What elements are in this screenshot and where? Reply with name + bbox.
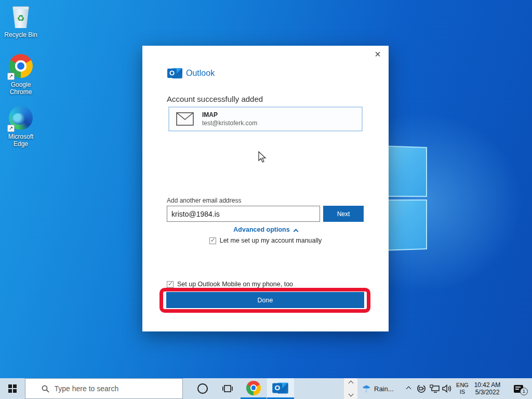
icon-label: Recycle Bin bbox=[0, 31, 42, 38]
taskbar-search[interactable] bbox=[25, 378, 183, 399]
outlook-brand: O Outlook bbox=[167, 66, 215, 80]
checkbox-checked[interactable]: ✓ bbox=[167, 281, 174, 288]
cortana-button[interactable] bbox=[191, 378, 214, 399]
clock-date: 5/3/2022 bbox=[475, 389, 500, 396]
language-code: ENG bbox=[456, 382, 469, 389]
desktop-icon-google-chrome[interactable]: ↗ Google Chrome bbox=[0, 54, 42, 96]
advanced-options-link[interactable]: Advanced options bbox=[142, 226, 389, 233]
add-email-label: Add another email address bbox=[167, 197, 241, 204]
advanced-options-label: Advanced options bbox=[233, 226, 289, 233]
chrome-icon bbox=[246, 381, 261, 395]
checkbox-label: Set up Outlook Mobile on my phone, too bbox=[177, 281, 293, 288]
start-button[interactable] bbox=[0, 378, 25, 399]
umbrella-glyph: ☂ bbox=[362, 383, 370, 395]
outlook-logo-icon: O bbox=[167, 66, 183, 80]
icon-label: Microsoft Edge bbox=[0, 133, 42, 148]
weather-label[interactable]: Rain... bbox=[374, 378, 401, 399]
chevron-up-icon bbox=[293, 229, 298, 234]
checkbox-checked[interactable]: ✓ bbox=[209, 237, 216, 244]
checkbox-label: Let me set up my account manually bbox=[220, 237, 322, 244]
shortcut-arrow-icon: ↗ bbox=[7, 73, 15, 80]
taskbar-outlook-button[interactable]: O bbox=[267, 378, 294, 399]
recycle-bin-icon: ♻ bbox=[8, 4, 33, 29]
desktop: ♻ Recycle Bin ↗ Google Chrome ↗ Microsof… bbox=[0, 0, 532, 399]
edge-icon: ↗ bbox=[8, 106, 33, 131]
envelope-icon bbox=[176, 112, 194, 126]
language-indicator[interactable]: ENG IS bbox=[454, 378, 471, 399]
meet-now-button[interactable] bbox=[415, 378, 428, 399]
outlook-icon: O bbox=[272, 381, 289, 395]
done-button[interactable]: Done bbox=[166, 292, 364, 308]
manual-setup-checkbox-row[interactable]: ✓ Let me set up my account manually bbox=[142, 237, 389, 244]
action-center-button[interactable]: 1 bbox=[505, 378, 532, 399]
show-hidden-icons-button[interactable] bbox=[403, 378, 414, 399]
cortana-icon bbox=[197, 383, 208, 394]
volume-button[interactable] bbox=[440, 378, 454, 399]
added-account-card: IMAP test@kristoferk.com bbox=[168, 107, 363, 131]
task-view-button[interactable] bbox=[216, 378, 239, 399]
account-protocol: IMAP bbox=[202, 111, 257, 118]
icon-label: Google Chrome bbox=[0, 81, 42, 96]
action-center-icon: 1 bbox=[514, 385, 523, 393]
scroll-down-icon[interactable] bbox=[348, 392, 353, 397]
network-button[interactable] bbox=[428, 378, 441, 399]
notification-badge: 1 bbox=[520, 388, 528, 395]
weather-icon[interactable]: ☂ bbox=[358, 378, 374, 399]
account-email: test@kristoferk.com bbox=[202, 119, 257, 127]
windows-start-icon bbox=[8, 384, 17, 393]
search-input[interactable] bbox=[55, 384, 174, 393]
desktop-icon-recycle-bin[interactable]: ♻ Recycle Bin bbox=[0, 4, 42, 38]
outlook-mobile-checkbox-row[interactable]: ✓ Set up Outlook Mobile on my phone, too bbox=[167, 281, 293, 288]
next-button[interactable]: Next bbox=[323, 206, 364, 222]
dialog-heading: Account successfully added bbox=[167, 95, 263, 103]
chrome-icon: ↗ bbox=[8, 54, 33, 79]
weather-text: Rain... bbox=[374, 385, 394, 393]
outlook-setup-dialog: × O Outlook Account successfully added I… bbox=[142, 46, 389, 331]
clock[interactable]: 10:42 AM 5/3/2022 bbox=[471, 378, 504, 399]
taskbar: O ☂ Rain... bbox=[0, 378, 532, 399]
taskbar-scroll-control[interactable] bbox=[344, 378, 357, 399]
scroll-up-icon[interactable] bbox=[348, 381, 353, 386]
clock-time: 10:42 AM bbox=[474, 381, 501, 389]
meet-now-icon bbox=[417, 384, 426, 393]
task-view-icon bbox=[222, 384, 233, 393]
search-icon bbox=[42, 385, 49, 393]
volume-icon bbox=[442, 384, 453, 393]
keyboard-layout: IS bbox=[460, 389, 465, 395]
dialog-app-name: Outlook bbox=[186, 69, 215, 78]
close-button[interactable]: × bbox=[371, 48, 384, 61]
chevron-up-icon bbox=[406, 386, 411, 391]
network-icon bbox=[430, 384, 440, 393]
taskbar-chrome-button[interactable] bbox=[241, 378, 267, 399]
email-input[interactable] bbox=[167, 206, 320, 222]
desktop-icon-microsoft-edge[interactable]: ↗ Microsoft Edge bbox=[0, 106, 42, 148]
recycle-glyph: ♻ bbox=[8, 13, 33, 24]
shortcut-arrow-icon: ↗ bbox=[7, 125, 15, 132]
mouse-cursor bbox=[258, 151, 269, 164]
